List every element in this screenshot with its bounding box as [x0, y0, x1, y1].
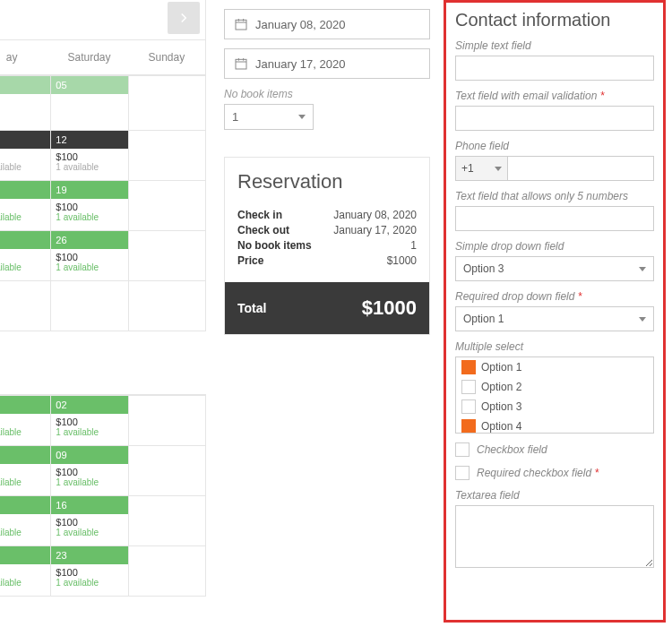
- req-checkbox-label: Required checkbox field *: [477, 467, 599, 479]
- cell-price: $100: [0, 467, 46, 477]
- calendar-cell[interactable]: 26$1001 available: [51, 230, 128, 280]
- checkin-value: January 08, 2020: [333, 209, 417, 221]
- calendar-cell: [129, 280, 205, 331]
- calendar-cell[interactable]: 22$1001 available: [0, 545, 51, 596]
- dayname: Saturday: [50, 40, 127, 74]
- numbers-input[interactable]: [455, 206, 654, 231]
- calendar-cell[interactable]: 04: [0, 75, 51, 130]
- cell-day: 04: [0, 76, 50, 94]
- cell-day: 19: [51, 181, 127, 199]
- multi-select-option[interactable]: Option 1: [456, 357, 653, 377]
- reservation-panel: Reservation Check inJanuary 08, 2020 Che…: [224, 157, 430, 335]
- calendar-cell[interactable]: 12$1001 available: [51, 130, 128, 180]
- calendar-cell[interactable]: 25$1001 available: [0, 230, 51, 280]
- calendar-cell[interactable]: 02$1001 available: [51, 395, 128, 445]
- required-dropdown[interactable]: Option 1: [455, 306, 654, 331]
- nobook-items-value: 1: [232, 110, 238, 124]
- calendar-cell[interactable]: 23$1001 available: [51, 545, 128, 596]
- required-checkbox-field[interactable]: [455, 466, 470, 480]
- calendar-cell[interactable]: 05: [51, 75, 128, 130]
- cell-day: 02: [51, 396, 127, 414]
- total-value: $1000: [362, 296, 417, 320]
- nobook-items-select[interactable]: 1: [224, 104, 314, 130]
- simple-dropdown[interactable]: Option 3: [455, 256, 654, 281]
- phone-input[interactable]: [508, 156, 654, 181]
- textarea-label: Textarea field: [455, 489, 654, 502]
- multi-select-option[interactable]: Option 3: [456, 397, 653, 417]
- checkbox-icon: [461, 419, 476, 434]
- cell-price: $100: [0, 202, 46, 212]
- cell-day: 26: [51, 231, 127, 249]
- nobook-label: No book items: [237, 239, 312, 252]
- multi-select[interactable]: Option 1Option 2Option 3Option 4Option 5: [455, 356, 654, 434]
- cell-day: 05: [51, 76, 127, 94]
- nobook-value: 1: [410, 239, 417, 252]
- booking-column: January 08, 2020 January 17, 2020 No boo…: [224, 0, 430, 335]
- checkbox-field[interactable]: [455, 442, 470, 457]
- chevron-down-icon: [495, 167, 502, 171]
- numbers-label: Text field that allows only 5 numbers: [455, 190, 654, 202]
- multi-select-label: Multiple select: [455, 340, 654, 353]
- calendar-cell: [129, 395, 205, 445]
- price-value: $1000: [387, 254, 417, 267]
- req-dropdown-label: Required drop down field *: [455, 290, 654, 303]
- checkout-date-picker[interactable]: January 17, 2020: [224, 48, 430, 79]
- calendar-nav: [0, 0, 206, 40]
- multi-select-option[interactable]: Option 4: [456, 417, 653, 434]
- textarea-input[interactable]: [455, 505, 654, 568]
- calendar-icon: [234, 17, 248, 31]
- calendar-grid-2: 01$1001 available02$1001 available08$100…: [0, 394, 206, 597]
- calendar-cell[interactable]: 15$1001 available: [0, 495, 51, 545]
- calendar-cell: [129, 230, 205, 280]
- cell-day: 08: [0, 446, 50, 464]
- cell-day: 22: [0, 546, 50, 564]
- calendar-cell[interactable]: 18$1001 available: [0, 180, 51, 230]
- calendar-icon: [234, 56, 248, 71]
- calendar-cell[interactable]: 09$1001 available: [51, 445, 128, 495]
- cell-availability: 1 available: [0, 212, 46, 222]
- checkin-label: Check in: [237, 209, 282, 221]
- cell-price: $100: [56, 417, 123, 427]
- option-label: Option 1: [481, 361, 521, 374]
- phone-country-value: +1: [461, 162, 474, 175]
- cell-availability: 1 available: [0, 578, 46, 588]
- cell-availability: 1 available: [0, 262, 46, 272]
- svg-rect-4: [236, 59, 246, 69]
- multi-select-option[interactable]: Option 2: [456, 377, 653, 397]
- dayname: Sunday: [128, 40, 205, 74]
- checkbox-icon: [461, 360, 476, 374]
- calendar-next-button[interactable]: [168, 2, 200, 34]
- cell-availability: 1 available: [56, 212, 123, 222]
- calendar-cell[interactable]: 19$1001 available: [51, 180, 128, 230]
- cell-day: 15: [0, 496, 50, 514]
- cell-price: $100: [56, 517, 123, 528]
- checkout-date-value: January 17, 2020: [255, 57, 345, 71]
- simple-text-input[interactable]: [455, 56, 654, 81]
- chevron-right-icon: [176, 10, 192, 26]
- cell-price: $100: [0, 151, 46, 162]
- phone-label: Phone field: [455, 140, 654, 152]
- option-label: Option 4: [481, 420, 521, 433]
- calendar-cell: [51, 280, 128, 331]
- reservation-title: Reservation: [225, 158, 429, 199]
- cell-availability: 1 available: [56, 578, 123, 588]
- total-label: Total: [237, 301, 266, 315]
- calendar-cell: [129, 130, 205, 180]
- option-label: Option 2: [481, 381, 521, 393]
- phone-country-select[interactable]: +1: [455, 156, 508, 181]
- cell-day: 16: [51, 496, 127, 514]
- cell-availability: 1 available: [56, 477, 123, 487]
- calendar-cell[interactable]: 01$1001 available: [0, 395, 51, 445]
- checkbox-icon: [461, 399, 476, 414]
- cell-price: $100: [56, 567, 123, 578]
- calendar-cell: [0, 280, 51, 331]
- calendar-cell[interactable]: 16$1001 available: [51, 495, 128, 545]
- calendar-cell[interactable]: 11$1001 available: [0, 130, 51, 180]
- checkin-date-picker[interactable]: January 08, 2020: [224, 9, 430, 39]
- checkin-date-value: January 08, 2020: [255, 18, 345, 31]
- calendar-cell[interactable]: 08$1001 available: [0, 445, 51, 495]
- svg-rect-0: [236, 20, 246, 30]
- checkout-label: Check out: [237, 224, 289, 236]
- dropdown-label: Simple drop down field: [455, 240, 654, 253]
- email-input[interactable]: [455, 106, 654, 131]
